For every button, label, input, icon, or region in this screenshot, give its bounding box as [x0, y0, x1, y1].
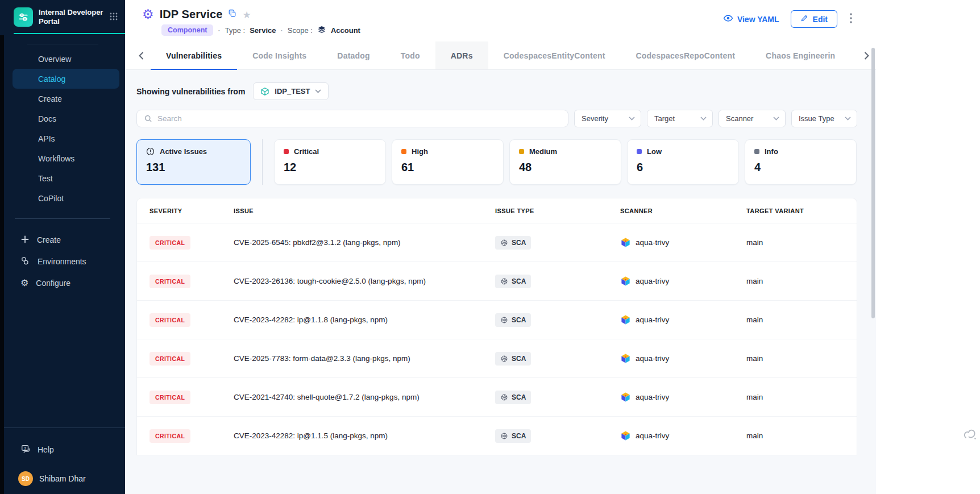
issue-text: CVE-2023-26136: tough-cookie@2.5.0 (lang… — [234, 277, 495, 285]
filter-label: Severity — [582, 114, 608, 123]
user-menu[interactable]: SD Shibam Dhar — [0, 471, 125, 486]
column-header-target-variant: TARGET VARIANT — [746, 207, 857, 214]
sidebar-item-copilot[interactable]: CoPilot — [13, 188, 119, 208]
table-row[interactable]: CRITICAL CVE-2023-42282: ip@1.1.8 (lang-… — [137, 301, 857, 339]
tab-datadog[interactable]: Datadog — [322, 41, 385, 69]
issue-text: CVE-2025-6545: pbkdf2@3.1.2 (lang-pkgs, … — [234, 238, 495, 247]
tab-codespaces-entity-content[interactable]: CodespacesEntityContent — [488, 41, 621, 69]
sidebar-action-configure[interactable]: ⚙ Configure — [0, 272, 125, 294]
meta-separator: · — [218, 26, 220, 35]
sidebar-divider — [15, 218, 110, 219]
severity-badge: CRITICAL — [150, 429, 190, 443]
table-row[interactable]: CRITICAL CVE-2023-26136: tough-cookie@2.… — [137, 262, 857, 301]
active-issues-card[interactable]: Active Issues 131 — [136, 139, 251, 185]
search-input[interactable] — [157, 114, 561, 123]
meta-separator: · — [280, 26, 283, 35]
tab-adrs[interactable]: ADRs — [435, 41, 488, 69]
low-dot — [637, 149, 642, 154]
apps-grid-icon[interactable] — [109, 11, 118, 23]
sidebar-edge — [0, 35, 4, 494]
scanner-name: aqua-trivy — [636, 277, 669, 285]
card-count: 131 — [146, 161, 241, 174]
tab-vulnerabilities[interactable]: Vulnerabilities — [151, 41, 237, 69]
filter-label: Target — [654, 114, 675, 123]
table-row[interactable]: CRITICAL CVE-2023-42282: ip@1.1.5 (lang-… — [137, 417, 857, 455]
source-dropdown[interactable]: IDP_TEST — [253, 82, 329, 100]
sidebar-item-catalog[interactable]: Catalog — [13, 69, 119, 89]
cards-divider — [262, 139, 263, 185]
table-row[interactable]: CRITICAL CVE-2025-7783: form-data@2.3.3 … — [137, 339, 857, 378]
sidebar-item-help[interactable]: ? Help — [0, 439, 125, 460]
issue-type-badge: SCA — [495, 429, 531, 443]
sidebar-item-workflows[interactable]: Workflows — [13, 148, 119, 168]
table-row[interactable]: CRITICAL CVE-2025-6545: pbkdf2@3.1.2 (la… — [137, 223, 857, 262]
showing-label: Showing vulnerabilities from — [136, 87, 245, 96]
chevron-down-icon — [629, 117, 635, 121]
scanner-name: aqua-trivy — [636, 238, 669, 247]
issue-type-filter-dropdown[interactable]: Issue Type — [791, 110, 857, 127]
sidebar-nav: Overview Catalog Create Docs APIs Workfl… — [0, 49, 125, 208]
view-yaml-button[interactable]: View YAML — [723, 13, 779, 25]
alert-circle-icon — [146, 147, 155, 156]
sidebar-action-environments[interactable]: Environments — [0, 251, 125, 272]
column-header-scanner: SCANNER — [620, 207, 746, 214]
tab-chaos-engineering[interactable]: Chaos Engineerin — [750, 41, 850, 69]
low-card[interactable]: Low 6 — [627, 139, 739, 185]
app-title: Internal Developer Portal — [39, 8, 103, 27]
card-label: Active Issues — [160, 147, 207, 156]
favorite-star-icon[interactable]: ★ — [242, 9, 251, 20]
edit-button[interactable]: Edit — [791, 10, 837, 28]
card-count: 48 — [519, 161, 612, 174]
logo[interactable]: Internal Developer Portal — [0, 0, 125, 33]
critical-card[interactable]: Critical 12 — [274, 139, 386, 185]
table-row[interactable]: CRITICAL CVE-2021-42740: shell-quote@1.7… — [137, 378, 857, 417]
gear-icon: ⚙ — [20, 279, 28, 288]
portal-logo-icon — [14, 7, 33, 27]
high-dot — [401, 149, 406, 154]
severity-badge: CRITICAL — [150, 391, 190, 404]
tab-codespaces-repo-content[interactable]: CodespacesRepoContent — [621, 41, 751, 69]
source-value: IDP_TEST — [275, 87, 310, 96]
aqua-trivy-icon — [620, 392, 631, 402]
target-variant: main — [746, 277, 857, 285]
copy-icon[interactable] — [228, 9, 236, 20]
sidebar-action-label: Configure — [36, 279, 70, 288]
issue-text: CVE-2023-42282: ip@1.1.5 (lang-pkgs, npm… — [234, 431, 495, 440]
issues-table: SEVERITY ISSUE ISSUE TYPE SCANNER TARGET… — [136, 198, 857, 455]
card-label: Medium — [529, 147, 557, 156]
sidebar-item-create[interactable]: Create — [13, 89, 119, 109]
tab-todo[interactable]: Todo — [385, 41, 435, 69]
search-field[interactable] — [136, 110, 568, 127]
target-filter-dropdown[interactable]: Target — [647, 110, 713, 127]
target-variant: main — [746, 393, 857, 401]
high-card[interactable]: High 61 — [392, 139, 504, 185]
sidebar-item-apis[interactable]: APIs — [13, 128, 119, 148]
severity-filter-dropdown[interactable]: Severity — [574, 110, 641, 127]
scrollbar[interactable] — [871, 48, 875, 318]
sidebar-item-test[interactable]: Test — [13, 168, 119, 188]
eye-icon — [723, 13, 733, 25]
filter-label: Scanner — [726, 114, 753, 123]
target-variant: main — [746, 316, 857, 324]
sidebar-action-create[interactable]: Create — [0, 229, 125, 251]
sidebar-item-docs[interactable]: Docs — [13, 109, 119, 128]
info-card[interactable]: Info 4 — [745, 139, 857, 185]
filter-label: Issue Type — [799, 114, 834, 123]
more-options-icon[interactable] — [849, 12, 853, 27]
scanner-filter-dropdown[interactable]: Scanner — [719, 110, 786, 127]
card-label: Low — [647, 147, 662, 156]
floating-widget-icon[interactable] — [962, 426, 978, 442]
card-label: Critical — [294, 147, 319, 156]
scanner-name: aqua-trivy — [636, 316, 669, 324]
scanner-name: aqua-trivy — [636, 431, 669, 440]
component-gear-icon: ⚙ — [142, 8, 154, 21]
critical-dot — [284, 149, 289, 154]
tabs-scroll-left-icon[interactable] — [132, 41, 151, 69]
target-variant: main — [746, 238, 857, 247]
medium-dot — [519, 149, 524, 154]
column-header-issue-type: ISSUE TYPE — [495, 207, 620, 214]
sidebar-item-overview[interactable]: Overview — [13, 49, 119, 69]
tab-code-insights[interactable]: Code Insights — [237, 41, 322, 69]
medium-card[interactable]: Medium 48 — [509, 139, 621, 185]
type-value: Service — [250, 26, 276, 35]
